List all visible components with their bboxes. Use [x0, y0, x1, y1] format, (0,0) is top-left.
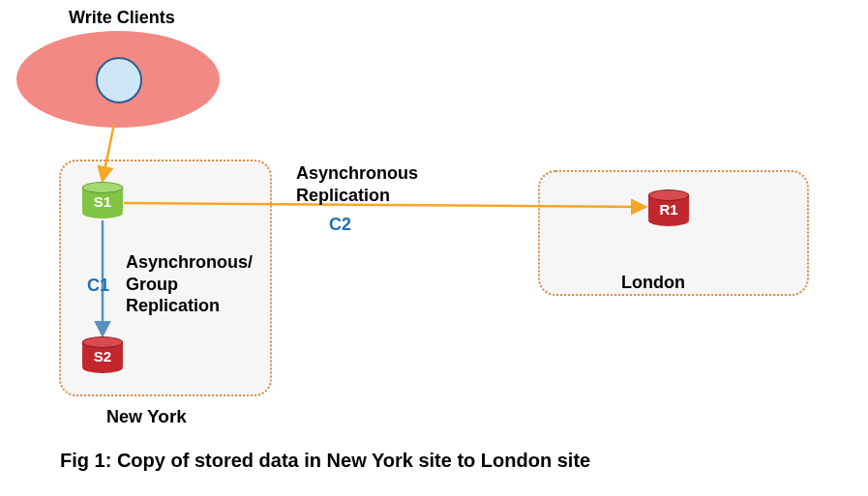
- cylinder-top: [82, 336, 123, 348]
- server-s1-label: S1: [82, 193, 123, 210]
- channel-c1-label: C1: [87, 276, 109, 296]
- write-clients-cloud: [16, 31, 220, 128]
- server-s2: S2: [82, 336, 123, 373]
- cylinder-top: [82, 182, 123, 193]
- write-clients-title: Write Clients: [69, 8, 175, 28]
- cylinder-top: [648, 190, 689, 201]
- figure-caption: Fig 1: Copy of stored data in New York s…: [60, 450, 590, 472]
- channel-c2-label: C2: [329, 215, 351, 235]
- york-text: York: [147, 406, 187, 426]
- server-r1: R1: [648, 190, 689, 226]
- server-s2-label: S2: [82, 348, 123, 365]
- clients-oval-inner: [96, 57, 142, 103]
- async-group-replication-label: Asynchronous/GroupReplication: [126, 251, 253, 317]
- london-site-label: London: [621, 273, 685, 293]
- new-text: New: [106, 407, 142, 426]
- new-york-site-label: New York: [106, 406, 187, 427]
- server-r1-label: R1: [648, 201, 689, 218]
- server-s1: S1: [82, 182, 123, 219]
- async-replication-label: AsynchronousReplication: [296, 162, 418, 208]
